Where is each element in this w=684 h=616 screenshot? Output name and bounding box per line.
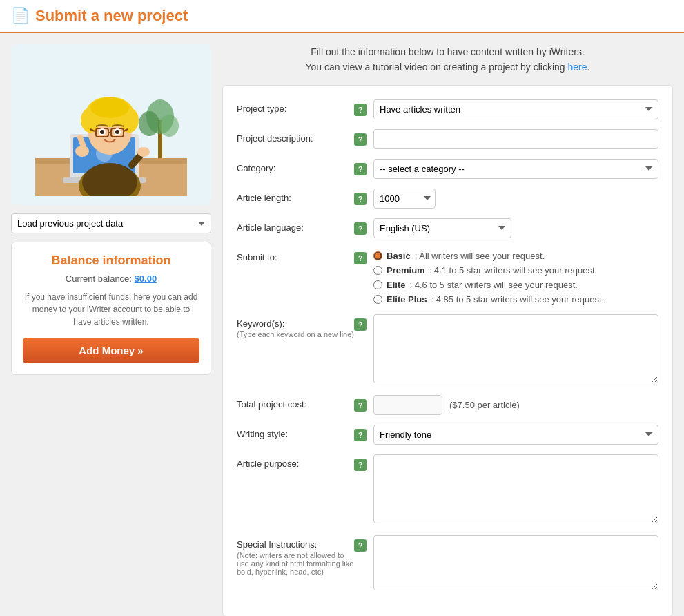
sidebar: Load previous project data Balance infor… [11, 44, 211, 616]
form-area: Fill out the information below to have c… [222, 44, 673, 616]
keywords-control [373, 314, 658, 385]
article-length-label: Article length: [237, 189, 354, 203]
writing-style-label: Writing style: [237, 425, 354, 439]
cost-per-article: ($7.50 per article) [449, 400, 520, 410]
submit-to-elite-plus[interactable]: Elite Plus : 4.85 to 5 star writers will… [373, 294, 658, 305]
article-purpose-textarea[interactable] [373, 454, 658, 523]
special-instructions-label: Special Instructions: (Note: writers are… [237, 535, 354, 576]
submit-to-basic-label: Basic [387, 251, 411, 261]
submit-to-elite-plus-desc: : 4.85 to 5 star writers will see your r… [431, 294, 605, 305]
tutorial-link[interactable]: here [568, 61, 587, 73]
submit-to-premium-radio[interactable] [373, 266, 382, 275]
submit-to-basic-desc: : All writers will see your request. [415, 251, 545, 261]
article-length-select[interactable]: 150 300 500 700 1000 1500 2000 [373, 189, 436, 209]
special-instructions-row: Special Instructions: (Note: writers are… [237, 535, 658, 593]
project-type-help-icon[interactable]: ? [354, 104, 367, 116]
submit-to-label: Submit to: [237, 248, 354, 262]
special-instructions-control [373, 535, 658, 593]
total-cost-label: Total project cost: [237, 395, 354, 410]
avatar-box [11, 44, 211, 205]
submit-to-elite-desc: : 4.6 to 5 star writers will see your re… [409, 280, 577, 290]
total-cost-row: Total project cost: ? $0.00 ($7.50 per a… [237, 395, 658, 415]
article-purpose-row: Article purpose: ? [237, 454, 658, 526]
writing-style-select[interactable]: Friendly tone Formal tone Conversational… [373, 425, 658, 445]
special-instructions-help-icon[interactable]: ? [354, 539, 367, 552]
load-project-select[interactable]: Load previous project data [11, 213, 211, 233]
form-panel: Project type: ? Have articles written Ha… [222, 85, 673, 616]
project-description-label: Project description: [237, 129, 354, 144]
article-purpose-control [373, 454, 658, 526]
avatar-illustration [35, 51, 187, 196]
svg-line-25 [80, 137, 84, 146]
submit-to-elite[interactable]: Elite : 4.6 to 5 star writers will see y… [373, 280, 658, 290]
total-cost-help-icon[interactable]: ? [354, 399, 367, 412]
category-label: Category: [237, 159, 354, 173]
submit-to-premium-desc: : 4.1 to 5 star writers will see your re… [429, 265, 597, 276]
project-type-label: Project type: [237, 99, 354, 114]
submit-to-premium[interactable]: Premium : 4.1 to 5 star writers will see… [373, 265, 658, 276]
svg-point-22 [100, 130, 104, 134]
special-instructions-sub-label: (Note: writers are not allowed to use an… [237, 551, 354, 576]
special-instructions-textarea[interactable] [373, 535, 658, 590]
svg-point-27 [137, 147, 150, 157]
article-purpose-label: Article purpose: [237, 454, 354, 469]
article-language-control: English (US) English (UK) Spanish French… [373, 218, 658, 238]
writing-style-control: Friendly tone Formal tone Conversational… [373, 425, 658, 445]
project-type-control: Have articles written Have rewrites done… [373, 99, 658, 119]
header-icon: 📄 [11, 7, 30, 25]
balance-box: Balance information Current balance: $0.… [11, 242, 211, 375]
svg-point-30 [139, 111, 159, 136]
category-row: Category: ? -- select a category -- Arts… [237, 159, 658, 179]
article-language-row: Article language: ? English (US) English… [237, 218, 658, 238]
svg-point-31 [159, 115, 179, 137]
article-language-help-icon[interactable]: ? [354, 222, 367, 235]
balance-description: If you have insufficient funds, here you… [23, 291, 199, 328]
article-length-help-icon[interactable]: ? [354, 193, 367, 205]
article-language-label: Article language: [237, 218, 354, 233]
submit-to-basic-radio[interactable] [373, 251, 382, 260]
submit-to-basic[interactable]: Basic : All writers will see your reques… [373, 251, 658, 261]
svg-point-14 [90, 97, 129, 118]
balance-amount-link[interactable]: $0.00 [135, 273, 157, 284]
keywords-sub-label: (Type each keyword on a new line) [237, 330, 354, 338]
article-length-control: 150 300 500 700 1000 1500 2000 [373, 189, 658, 209]
submit-to-premium-label: Premium [387, 265, 425, 276]
svg-point-23 [115, 130, 119, 134]
project-type-row: Project type: ? Have articles written Ha… [237, 99, 658, 119]
writing-style-help-icon[interactable]: ? [354, 429, 367, 441]
article-language-select[interactable]: English (US) English (UK) Spanish French… [373, 218, 511, 238]
article-purpose-help-icon[interactable]: ? [354, 459, 367, 471]
category-select[interactable]: -- select a category -- Arts & Entertain… [373, 159, 658, 179]
category-control: -- select a category -- Arts & Entertain… [373, 159, 658, 179]
balance-current: Current balance: $0.00 [23, 273, 199, 284]
submit-to-control: Basic : All writers will see your reques… [373, 248, 658, 305]
category-help-icon[interactable]: ? [354, 163, 367, 175]
project-description-control [373, 129, 658, 149]
intro-text: Fill out the information below to have c… [222, 44, 673, 75]
submit-to-help-icon[interactable]: ? [354, 252, 367, 264]
writing-style-row: Writing style: ? Friendly tone Formal to… [237, 425, 658, 445]
keywords-row: Keyword(s): (Type each keyword on a new … [237, 314, 658, 385]
page-header: 📄 Submit a new project [0, 0, 684, 33]
submit-to-elite-label: Elite [387, 280, 405, 290]
keywords-textarea[interactable] [373, 314, 658, 383]
submit-to-elite-radio[interactable] [373, 280, 382, 289]
project-description-row: Project description: ? [237, 129, 658, 149]
page-title: Submit a new project [35, 7, 188, 25]
add-money-button[interactable]: Add Money » [23, 338, 199, 363]
project-description-help-icon[interactable]: ? [354, 133, 367, 146]
balance-title: Balance information [23, 253, 199, 268]
total-cost-control: $0.00 ($7.50 per article) [373, 395, 658, 415]
keywords-label: Keyword(s): (Type each keyword on a new … [237, 314, 354, 338]
article-length-row: Article length: ? 150 300 500 700 1000 1… [237, 189, 658, 209]
submit-to-elite-plus-label: Elite Plus [387, 294, 427, 305]
submit-to-elite-plus-radio[interactable] [373, 295, 382, 304]
project-description-input[interactable] [373, 129, 658, 149]
total-cost-input: $0.00 [373, 395, 442, 415]
submit-to-row: Submit to: ? Basic : All writers will se… [237, 248, 658, 305]
project-type-select[interactable]: Have articles written Have rewrites done… [373, 99, 658, 119]
keywords-help-icon[interactable]: ? [354, 318, 367, 331]
